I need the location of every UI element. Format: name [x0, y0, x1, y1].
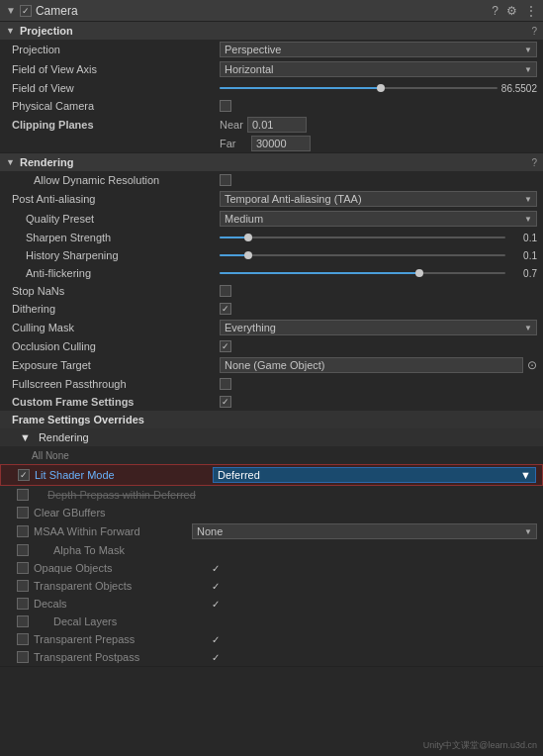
- anti-flickering-track: [220, 272, 505, 274]
- fullscreen-passthrough-checkbox[interactable]: [220, 378, 231, 390]
- transparent-objects-checkbox[interactable]: [17, 580, 29, 592]
- fov-slider-thumb[interactable]: [377, 84, 385, 92]
- opaque-objects-checkbox[interactable]: [17, 562, 29, 574]
- projection-dropdown[interactable]: Perspective ▼: [220, 42, 537, 57]
- anti-flickering-val: 0.7: [509, 268, 537, 279]
- help-button[interactable]: ?: [492, 4, 498, 18]
- projection-section-header[interactable]: ▼ Projection ?: [0, 22, 543, 40]
- msaa-forward-checkbox[interactable]: [17, 525, 29, 537]
- lit-shader-mode-dropdown[interactable]: Deferred ▼: [213, 467, 536, 483]
- physical-camera-checkbox[interactable]: [220, 100, 231, 112]
- transparent-prepass-checkbox-col: [12, 633, 34, 645]
- alpha-to-mask-checkbox[interactable]: [17, 544, 29, 556]
- msaa-forward-checkbox-col: [12, 525, 34, 537]
- sharpen-strength-track: [220, 236, 505, 238]
- physical-camera-label: Physical Camera: [12, 100, 220, 112]
- stop-nans-label: Stop NaNs: [12, 285, 220, 297]
- all-none-label: All None: [12, 450, 537, 461]
- transparent-prepass-checkbox[interactable]: [17, 633, 29, 645]
- culling-mask-value: Everything ▼: [220, 320, 537, 335]
- anti-flickering-slider[interactable]: 0.7: [220, 268, 537, 279]
- culling-mask-dropdown[interactable]: Everything ▼: [220, 320, 537, 335]
- anti-flickering-thumb[interactable]: [415, 269, 423, 277]
- history-sharpening-slider[interactable]: 0.1: [220, 250, 537, 261]
- more-button[interactable]: ⋮: [525, 4, 537, 18]
- collapse-arrow-icon[interactable]: ▼: [6, 5, 16, 16]
- rendering-section-label: Rendering: [20, 156, 73, 168]
- dynamic-resolution-value: [220, 174, 537, 186]
- transparent-prepass-check-val: ✓: [212, 633, 220, 645]
- sharpen-strength-slider[interactable]: 0.1: [220, 233, 537, 243]
- fov-axis-dropdown[interactable]: Horizontal ▼: [220, 61, 537, 77]
- decal-layers-checkbox[interactable]: [17, 615, 29, 627]
- transparent-postpass-checkmark: ✓: [212, 652, 220, 663]
- settings-button[interactable]: ⚙: [506, 4, 517, 18]
- post-aa-dropdown[interactable]: Temporal Anti-aliasing (TAA) ▼: [220, 191, 537, 207]
- opaque-objects-row: Opaque Objects ✓: [0, 559, 543, 577]
- decals-label: Decals: [34, 598, 212, 610]
- lit-shader-mode-label: Lit Shader Mode: [35, 469, 213, 481]
- decal-layers-row: Decal Layers: [0, 613, 543, 630]
- fov-value: 86.5502: [220, 83, 537, 94]
- alpha-to-mask-row: Alpha To Mask: [0, 541, 543, 559]
- quality-preset-dropdown[interactable]: Medium ▼: [220, 211, 537, 227]
- rendering-section-header[interactable]: ▼ Rendering ?: [0, 153, 543, 171]
- frame-settings-overrides-header: Frame Settings Overrides: [0, 411, 543, 428]
- post-aa-label: Post Anti-aliasing: [12, 193, 220, 205]
- transparent-prepass-checkmark: ✓: [212, 634, 220, 645]
- exposure-target-circle-icon[interactable]: ⊙: [527, 358, 537, 372]
- clear-gbuffers-checkbox[interactable]: [17, 507, 29, 519]
- anti-flickering-row: Anti-flickering 0.7: [0, 264, 543, 282]
- projection-label: Projection: [12, 44, 220, 55]
- exposure-target-dropdown[interactable]: None (Game Object): [220, 357, 523, 373]
- sharpen-strength-thumb[interactable]: [244, 234, 252, 241]
- dithering-row: Dithering ✓: [0, 300, 543, 318]
- transparent-prepass-label: Transparent Prepass: [34, 633, 212, 645]
- decals-checkbox[interactable]: [17, 598, 29, 610]
- transparent-objects-label: Transparent Objects: [34, 580, 212, 592]
- stop-nans-row: Stop NaNs: [0, 282, 543, 300]
- projection-help-icon[interactable]: ?: [531, 26, 537, 37]
- rendering-sub-label: Rendering: [39, 431, 89, 443]
- near-input[interactable]: [247, 117, 307, 133]
- history-sharpening-thumb[interactable]: [244, 251, 252, 259]
- quality-preset-value: Medium ▼: [220, 211, 537, 227]
- far-input[interactable]: [251, 136, 311, 151]
- lit-shader-mode-checkbox[interactable]: ✓: [18, 469, 30, 481]
- fullscreen-passthrough-label: Fullscreen Passthrough: [12, 378, 220, 390]
- transparent-postpass-checkbox[interactable]: [17, 651, 29, 663]
- transparent-objects-check-val: ✓: [212, 580, 220, 592]
- clipping-planes-row: Clipping Planes Near: [0, 115, 543, 135]
- title-bar: ▼ ✓ Camera ? ⚙ ⋮: [0, 0, 543, 22]
- fov-slider[interactable]: 86.5502: [220, 83, 537, 94]
- occlusion-culling-row: Occlusion Culling ✓: [0, 337, 543, 355]
- custom-frame-settings-checkbox[interactable]: ✓: [220, 396, 231, 408]
- transparent-objects-row: Transparent Objects ✓: [0, 577, 543, 595]
- projection-section-label: Projection: [20, 25, 73, 37]
- stop-nans-value: [220, 285, 537, 297]
- window-title: Camera: [36, 4, 78, 18]
- fov-slider-track: [220, 87, 498, 89]
- dithering-checkbox[interactable]: ✓: [220, 303, 231, 315]
- rendering-section: ▼ Rendering ? Allow Dynamic Resolution P…: [0, 153, 543, 667]
- depth-prepass-checkbox[interactable]: [17, 489, 29, 501]
- stop-nans-checkbox[interactable]: [220, 285, 231, 297]
- decals-row: Decals ✓: [0, 595, 543, 613]
- quality-preset-label: Quality Preset: [12, 213, 220, 225]
- history-sharpening-row: History Sharpening 0.1: [0, 246, 543, 264]
- msaa-forward-label: MSAA Within Forward: [34, 525, 192, 537]
- rendering-sub-header[interactable]: ▼ Rendering: [0, 428, 543, 446]
- culling-mask-dropdown-value: Everything: [225, 322, 276, 333]
- msaa-forward-dropdown-arrow-icon: ▼: [524, 527, 532, 536]
- projection-value: Perspective ▼: [220, 42, 537, 57]
- title-bar-left: ▼ ✓ Camera: [6, 4, 492, 18]
- quality-preset-dropdown-arrow-icon: ▼: [524, 215, 532, 224]
- dynamic-resolution-checkbox[interactable]: [220, 174, 231, 186]
- occlusion-culling-checkbox[interactable]: ✓: [220, 340, 231, 352]
- occlusion-culling-value: ✓: [220, 340, 537, 352]
- transparent-objects-checkbox-col: [12, 580, 34, 592]
- msaa-forward-dropdown[interactable]: None ▼: [192, 523, 537, 539]
- checkbox-icon[interactable]: ✓: [20, 4, 32, 17]
- lit-shader-checkbox-col: ✓: [13, 469, 35, 481]
- rendering-help-icon[interactable]: ?: [531, 157, 537, 168]
